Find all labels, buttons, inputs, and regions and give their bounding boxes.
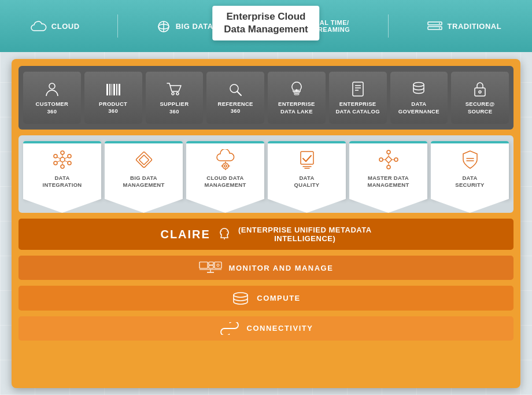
main-content: CUSTOMER360 PRODUCT360	[12, 59, 520, 388]
barcode-icon	[105, 81, 121, 97]
pennant-body-cloud-data: CLOUD DATAMANAGEMENT	[186, 141, 264, 199]
svg-point-55	[387, 150, 390, 154]
network-icon	[52, 149, 73, 170]
pennant-data-security[interactable]: DATASECURITY	[431, 141, 509, 213]
svg-point-27	[413, 83, 424, 87]
svg-rect-19	[294, 92, 300, 93]
svg-rect-23	[353, 82, 363, 96]
bigdata-icon	[156, 19, 171, 33]
pennant-point-data-quality	[268, 199, 346, 213]
big-data-management-label: BIG DATAMANAGEMENT	[123, 175, 164, 189]
svg-point-7	[439, 27, 440, 28]
pennant-master-data-management[interactable]: MASTER DATAMANAGEMENT	[349, 141, 427, 213]
nav-item-bigdata[interactable]: BIG DATA	[156, 19, 213, 33]
page-wrapper: Enterprise Cloud Data Management CLOUD	[0, 0, 532, 395]
svg-point-6	[439, 23, 440, 24]
pennant-body-data-security: DATASECURITY	[431, 141, 509, 199]
pennant-data-integration[interactable]: DATAINTEGRATION	[23, 141, 101, 213]
svg-point-70	[217, 264, 219, 267]
pennant-data-quality[interactable]: DATAQUALITY	[268, 141, 346, 213]
top-tiles-container: CUSTOMER360 PRODUCT360	[19, 66, 513, 130]
tile-supplier360[interactable]: SUPPLIER360	[146, 72, 204, 124]
connectivity-bar[interactable]: CONNECTIVITY	[19, 316, 513, 341]
bulb-icon	[290, 80, 304, 98]
lock-icon	[473, 80, 487, 98]
cloud-data-management-label: CLOUD DATAMANAGEMENT	[204, 175, 246, 189]
checkmark-icon	[297, 149, 317, 170]
svg-rect-9	[106, 84, 108, 95]
svg-rect-66	[200, 262, 208, 268]
tile-enterprise-data-lake[interactable]: ENTERPRISEDATA LAKE	[268, 72, 326, 124]
top-header: Enterprise Cloud Data Management CLOUD	[0, 0, 532, 52]
pennant-point-master-data	[349, 199, 427, 213]
svg-rect-13	[116, 84, 117, 95]
svg-rect-51	[301, 152, 313, 164]
claire-brain-icon	[216, 226, 232, 242]
svg-rect-67	[209, 262, 213, 265]
pennant-big-data-management[interactable]: BIG DATAMANAGEMENT	[105, 141, 183, 213]
person-icon	[44, 80, 60, 98]
svg-point-30	[60, 157, 65, 162]
svg-point-36	[54, 154, 57, 158]
claire-subtitle: (ENTERPRISE UNIFIED METADATAINTELLIGENCE…	[238, 226, 372, 243]
data-quality-label: DATAQUALITY	[294, 175, 320, 189]
pennant-point-data-integration	[23, 199, 101, 213]
svg-line-39	[65, 161, 68, 162]
data-integration-label: DATAINTEGRATION	[42, 175, 82, 189]
pennant-body-big-data: BIG DATAMANAGEMENT	[105, 141, 183, 199]
svg-point-35	[54, 161, 57, 165]
tile-data-governance[interactable]: DATAGOVERNANCE	[390, 72, 448, 124]
tile-secure-source[interactable]: SECURE@SOURCE	[451, 72, 509, 124]
svg-line-18	[237, 91, 241, 95]
middle-tiles-container: DATAINTEGRATION BIG DATAMANAGEMENT	[19, 135, 513, 213]
pennant-body-data-integration: DATAINTEGRATION	[23, 141, 101, 199]
svg-rect-10	[109, 84, 110, 95]
pennant-point-data-security	[431, 199, 509, 213]
customer360-label: CUSTOMER360	[36, 101, 69, 115]
svg-rect-20	[294, 94, 299, 95]
svg-rect-68	[209, 265, 213, 268]
svg-line-42	[57, 157, 60, 158]
svg-point-29	[479, 91, 481, 93]
enterprise-data-lake-label: ENTERPRISEDATA LAKE	[278, 101, 315, 115]
svg-rect-69	[215, 262, 221, 268]
star-network-icon	[378, 149, 399, 170]
svg-rect-54	[385, 156, 391, 163]
tile-product360[interactable]: PRODUCT360	[84, 72, 142, 124]
cart-icon	[166, 80, 182, 98]
svg-point-56	[394, 158, 398, 161]
tile-enterprise-data-catalog[interactable]: ENTERPRISEDATA CATALOG	[329, 72, 387, 124]
connectivity-label: CONNECTIVITY	[247, 324, 313, 333]
traditional-icon	[427, 19, 443, 33]
tile-reference360[interactable]: REFERENCE360	[206, 72, 264, 124]
svg-point-58	[379, 158, 383, 161]
nav-traditional-label: TRADITIONAL	[448, 22, 502, 31]
svg-point-34	[61, 165, 64, 168]
pennant-body-master-data: MASTER DATAMANAGEMENT	[349, 141, 427, 199]
compute-bar[interactable]: COMPUTE	[19, 286, 513, 310]
master-data-management-label: MASTER DATAMANAGEMENT	[367, 175, 409, 189]
supplier360-label: SUPPLIER360	[160, 101, 189, 115]
svg-point-57	[387, 165, 390, 169]
svg-line-38	[65, 157, 68, 158]
svg-rect-44	[139, 155, 149, 165]
data-security-label: DATASECURITY	[455, 175, 484, 189]
enterprise-data-catalog-label: ENTERPRISEDATA CATALOG	[335, 101, 379, 115]
svg-point-45	[223, 163, 228, 169]
nav-item-traditional[interactable]: TRADITIONAL	[427, 19, 502, 33]
cloud-icon	[31, 20, 47, 33]
svg-rect-43	[135, 152, 152, 168]
monitor-bar[interactable]: MONITOR AND MANAGE	[19, 256, 513, 280]
pennant-point-cloud-data	[186, 199, 264, 213]
svg-point-46	[224, 165, 227, 167]
pennant-cloud-data-management[interactable]: CLOUD DATAMANAGEMENT	[186, 141, 264, 213]
nav-item-cloud[interactable]: CLOUD	[31, 20, 80, 33]
pennant-point-big-data	[105, 199, 183, 213]
link-icon	[219, 322, 240, 335]
monitor-icon	[199, 261, 222, 274]
svg-point-32	[68, 154, 71, 158]
tile-customer360[interactable]: CUSTOMER360	[23, 72, 81, 124]
cloud-gear-icon	[215, 149, 237, 170]
pennant-body-data-quality: DATAQUALITY	[268, 141, 346, 199]
svg-rect-14	[119, 84, 120, 95]
